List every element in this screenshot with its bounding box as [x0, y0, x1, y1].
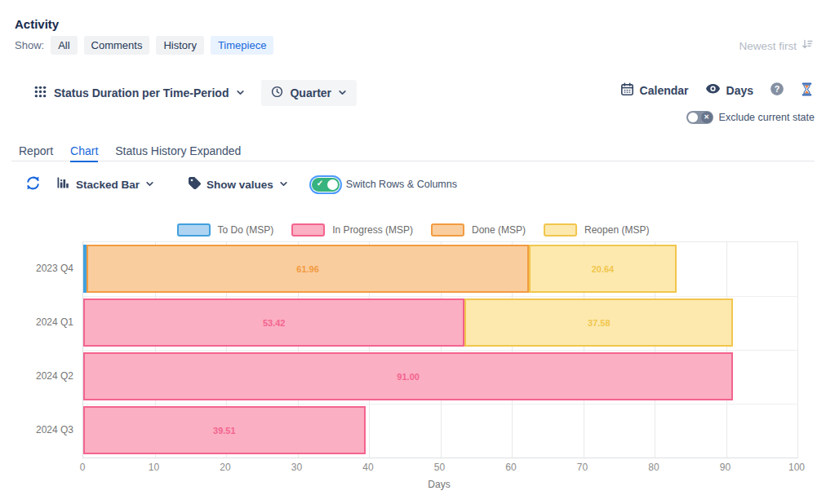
- refresh-button[interactable]: [25, 175, 41, 194]
- show-label: Show:: [15, 39, 44, 51]
- bar-value-label: 20.64: [531, 246, 675, 291]
- category-label: 2024 Q2: [12, 370, 73, 382]
- stacked-bar: 91.00: [83, 352, 733, 400]
- report-type-label: Status Duration per Time-Period: [54, 86, 229, 99]
- bar-segment-done-msp: 61.96: [87, 245, 529, 293]
- chevron-down-icon: [338, 86, 347, 99]
- chevron-down-icon: [236, 86, 245, 100]
- x-tick-label: 100: [788, 462, 805, 473]
- show-filter-row: Show: AllCommentsHistoryTimepiece: [15, 36, 273, 55]
- bar-value-label: 91.00: [85, 354, 731, 399]
- category-label: 2024 Q3: [12, 424, 73, 435]
- tab-status-history-expanded[interactable]: Status History Expanded: [115, 144, 241, 162]
- legend-label: Reopen (MSP): [584, 224, 649, 236]
- display-unit-label: Days: [726, 84, 753, 97]
- plot-area: 61.9620.6453.4237.5891.0039.51: [82, 241, 798, 458]
- filter-all[interactable]: All: [51, 36, 77, 55]
- x-tick-label: 20: [220, 462, 230, 473]
- calendar-icon: [620, 82, 634, 99]
- bar-value-label: 37.58: [466, 300, 731, 345]
- bar-row-2024-q2: 91.00: [83, 350, 797, 404]
- tabs: ReportChartStatus History Expanded: [19, 144, 241, 162]
- category-label: 2023 Q4: [12, 263, 73, 274]
- legend-item-to-do-msp[interactable]: To Do (MSP): [177, 223, 274, 237]
- bar-segment-in-progress-msp: 39.51: [83, 406, 366, 454]
- values-mode-label: Show values: [206, 179, 273, 191]
- calendar-label: Calendar: [640, 84, 689, 97]
- values-mode-dropdown[interactable]: Show values: [188, 176, 288, 192]
- category-label: 2024 Q1: [12, 316, 73, 328]
- switch-rows-columns-toggle[interactable]: ✓: [312, 178, 340, 192]
- x-axis-title: Days: [428, 479, 450, 490]
- eye-icon: [705, 83, 721, 97]
- question-icon: ?: [770, 82, 784, 99]
- bar-row-2024-q3: 39.51: [83, 404, 797, 458]
- filter-buttons: AllCommentsHistoryTimepiece: [51, 36, 273, 55]
- hourglass-icon: [801, 82, 813, 99]
- stacked-bar: 61.9620.64: [83, 245, 677, 293]
- exclude-current-state-row: ✕ Exclude current state: [686, 111, 815, 124]
- switch-rows-columns-group: ✓ Switch Rows & Columns: [312, 178, 457, 192]
- chart-controls: Stacked Bar Show values ✓ Switch Rows: [25, 174, 457, 195]
- stacked-bar: 53.4237.58: [83, 298, 733, 347]
- sort-descending-icon: [802, 39, 813, 52]
- tab-report[interactable]: Report: [19, 144, 53, 162]
- exclude-current-state-toggle[interactable]: ✕: [686, 111, 713, 124]
- calendar-button[interactable]: Calendar: [620, 82, 689, 99]
- x-tick-label: 30: [291, 462, 302, 473]
- activity-panel: Activity Show: AllCommentsHistoryTimepie…: [0, 0, 826, 504]
- tab-chart[interactable]: Chart: [70, 144, 98, 162]
- legend-item-reopen-msp[interactable]: Reopen (MSP): [544, 223, 649, 237]
- legend-label: Done (MSP): [472, 224, 526, 236]
- x-tick-label: 0: [80, 462, 86, 473]
- legend-item-done-msp[interactable]: Done (MSP): [431, 223, 526, 237]
- legend-swatch: [177, 223, 211, 237]
- toggle-x-icon: ✕: [701, 112, 713, 123]
- display-unit-button[interactable]: Days: [705, 83, 753, 97]
- help-button[interactable]: ?: [770, 82, 784, 99]
- legend-swatch: [544, 223, 577, 237]
- x-tick-label: 50: [434, 462, 445, 473]
- bar-row-2023-q4: 61.9620.64: [83, 242, 797, 296]
- bar-value-label: 39.51: [85, 408, 364, 453]
- stacked-bar: 39.51: [83, 406, 366, 454]
- grid-icon: [34, 86, 47, 101]
- legend-swatch: [291, 223, 325, 237]
- filter-history[interactable]: History: [156, 36, 203, 55]
- tag-icon: [188, 176, 201, 192]
- switch-rows-columns-label: Switch Rows & Columns: [346, 179, 457, 190]
- toggle-knob: [327, 179, 338, 190]
- legend-swatch: [431, 223, 464, 237]
- exclude-current-state-label: Exclude current state: [719, 112, 815, 123]
- filter-timepiece[interactable]: Timepiece: [211, 36, 273, 55]
- bar-value-label: 61.96: [88, 246, 527, 291]
- period-dropdown[interactable]: Quarter: [261, 80, 357, 106]
- chart-type-label: Stacked Bar: [76, 179, 140, 191]
- x-tick-label: 80: [648, 462, 659, 473]
- chart-type-dropdown[interactable]: Stacked Bar: [56, 176, 154, 192]
- x-tick-label: 70: [577, 462, 588, 473]
- report-type-dropdown[interactable]: Status Duration per Time-Period: [34, 86, 245, 101]
- bar-segment-in-progress-msp: 91.00: [83, 352, 733, 400]
- bar-segment-reopen-msp: 37.58: [464, 298, 733, 347]
- legend-label: In Progress (MSP): [332, 224, 413, 236]
- toggle-knob: [688, 113, 698, 122]
- svg-text:?: ?: [775, 84, 780, 94]
- bar-segment-reopen-msp: 20.64: [529, 245, 677, 293]
- sort-order-label: Newest first: [739, 40, 797, 52]
- page-title: Activity: [15, 17, 59, 31]
- bar-chart-icon: [56, 176, 70, 192]
- toggle-check-icon: ✓: [317, 179, 323, 188]
- legend-label: To Do (MSP): [218, 224, 274, 236]
- filter-comments[interactable]: Comments: [84, 36, 150, 55]
- legend-item-in-progress-msp[interactable]: In Progress (MSP): [291, 223, 413, 237]
- x-tick-label: 10: [149, 462, 159, 473]
- sort-order-button[interactable]: Newest first: [739, 39, 813, 52]
- period-label: Quarter: [290, 86, 331, 99]
- x-tick-label: 40: [362, 462, 373, 473]
- report-toolbar: Status Duration per Time-Period Quarter: [34, 80, 357, 106]
- bar-segment-in-progress-msp: 53.42: [83, 298, 464, 347]
- x-tick-label: 90: [720, 462, 731, 473]
- chevron-down-icon: [145, 177, 154, 192]
- chevron-down-icon: [279, 177, 288, 192]
